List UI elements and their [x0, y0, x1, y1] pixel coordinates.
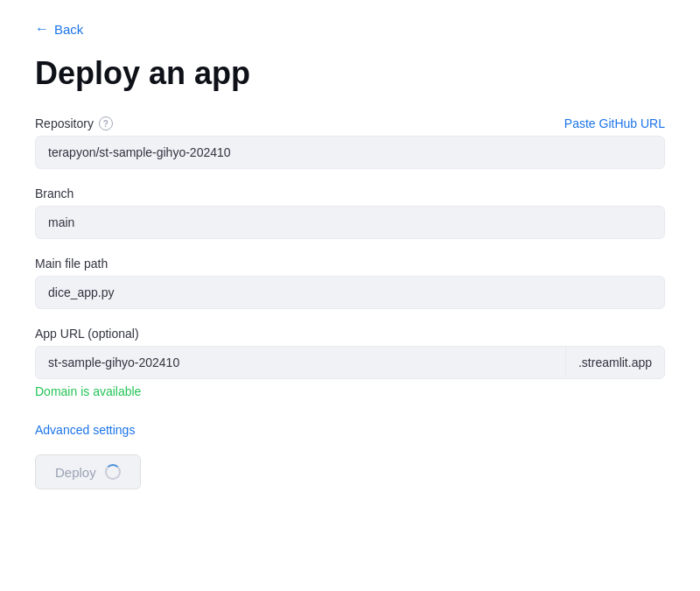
advanced-settings-link[interactable]: Advanced settings — [35, 423, 135, 437]
repository-input[interactable] — [35, 136, 665, 169]
loading-spinner-icon — [105, 464, 121, 480]
app-url-input[interactable] — [36, 347, 565, 378]
paste-github-url-link[interactable]: Paste GitHub URL — [564, 116, 665, 130]
app-url-section: App URL (optional) .streamlit.app Domain… — [35, 327, 665, 398]
branch-label: Branch — [35, 186, 74, 201]
domain-available-status: Domain is available — [35, 384, 665, 398]
deploy-button-container: Deploy — [35, 454, 665, 489]
branch-label-group: Branch — [35, 186, 74, 201]
repository-label-group: Repository ? — [35, 116, 113, 130]
branch-field-header: Branch — [35, 186, 665, 201]
branch-input[interactable] — [35, 206, 665, 239]
main-file-path-header: Main file path — [35, 257, 665, 271]
app-url-label-group: App URL (optional) — [35, 327, 139, 341]
back-label: Back — [54, 22, 83, 37]
main-file-path-input[interactable] — [35, 276, 665, 309]
main-file-path-label: Main file path — [35, 257, 108, 271]
repository-help-icon[interactable]: ? — [99, 116, 113, 130]
main-file-path-section: Main file path — [35, 257, 665, 309]
back-link[interactable]: ← Back — [35, 21, 665, 37]
deploy-button-label: Deploy — [55, 465, 96, 480]
app-url-label: App URL (optional) — [35, 327, 139, 341]
page-container: ← Back Deploy an app Repository ? Paste … — [0, 0, 700, 517]
back-arrow-icon: ← — [35, 21, 49, 37]
repository-section: Repository ? Paste GitHub URL — [35, 116, 665, 169]
page-title: Deploy an app — [35, 54, 665, 92]
app-url-container: .streamlit.app — [35, 346, 665, 379]
main-file-path-label-group: Main file path — [35, 257, 108, 271]
repository-field-header: Repository ? Paste GitHub URL — [35, 116, 665, 130]
branch-section: Branch — [35, 186, 665, 239]
repository-label: Repository — [35, 116, 94, 130]
deploy-button[interactable]: Deploy — [35, 454, 141, 489]
app-url-suffix: .streamlit.app — [565, 347, 664, 378]
app-url-field-header: App URL (optional) — [35, 327, 665, 341]
